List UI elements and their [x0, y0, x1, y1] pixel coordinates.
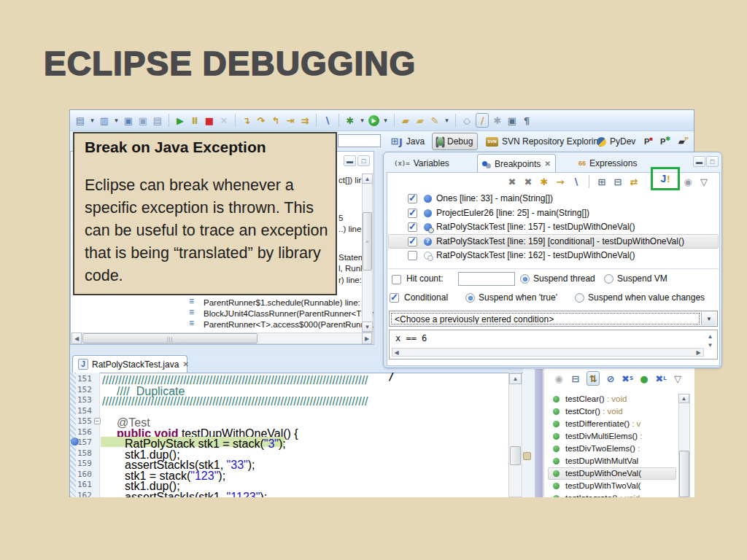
perspective-debug[interactable]: Debug — [432, 133, 478, 150]
remove-all-icon[interactable]: ✖ — [522, 175, 534, 188]
next-annotation-icon[interactable]: ◇ — [461, 114, 473, 127]
scroll-up-icon[interactable]: ▲ — [705, 332, 715, 341]
outline-item[interactable]: testIntegrate() : void — [544, 494, 690, 497]
perspective-java[interactable]: J Java — [395, 133, 429, 149]
print-icon[interactable]: ▤ — [152, 114, 163, 127]
new-project-menu-icon[interactable]: ▾ — [113, 114, 120, 127]
link-with-debug-view-icon[interactable]: ⇄ — [628, 175, 640, 188]
hide-non-public-icon[interactable]: ● — [638, 372, 650, 385]
skip-all-breakpoints-icon[interactable]: ∖ — [322, 114, 333, 127]
minimize-icon[interactable]: ▬ — [344, 155, 356, 166]
breakpoint-checkbox[interactable] — [408, 251, 417, 260]
step-over-icon[interactable]: ↷ — [255, 114, 267, 127]
maximize-icon[interactable]: □ — [706, 156, 719, 167]
save-icon[interactable]: ▣ — [123, 114, 134, 127]
run-menu-icon[interactable]: ▾ — [382, 114, 389, 127]
scroll-up-icon[interactable]: ▲ — [509, 373, 522, 384]
quick-access-input[interactable] — [338, 134, 381, 147]
pydev-debug-icon[interactable]: P✱ — [660, 136, 670, 146]
scroll-right-icon[interactable]: ▶ — [362, 332, 372, 344]
fold-marker-icon[interactable]: − — [94, 418, 101, 424]
scroll-up-icon[interactable]: ▲ — [678, 394, 689, 403]
breakpoint-row[interactable]: RatPolyStackTest [line: 159] [conditiona… — [384, 236, 719, 249]
outline-item[interactable]: testDupWithMultVal — [544, 456, 690, 468]
view-menu-icon[interactable]: ▽ — [672, 372, 684, 385]
stack-frame[interactable]: ≡ParentRunner$1.schedule(Runnable) line:… — [71, 298, 374, 308]
breakpoint-row[interactable]: Ones [line: 33] - main(String[]) — [384, 192, 719, 206]
outline-item[interactable]: testDivMultiElems() : — [544, 432, 690, 443]
scrollbar-thumb[interactable]: ≡ — [363, 212, 372, 271]
scrollbar-thumb[interactable] — [510, 446, 521, 465]
outline-item[interactable]: testDupWithOneVal( — [544, 469, 690, 481]
step-return-icon[interactable]: ↰ — [270, 114, 282, 127]
collapse-all-icon[interactable]: ⊟ — [570, 372, 581, 385]
search-icon[interactable]: ✎ — [429, 114, 441, 127]
use-step-filters-icon[interactable]: ⇉ — [299, 114, 311, 127]
format-toggle-icon[interactable]: ∕ — [476, 113, 489, 128]
scroll-down-icon[interactable]: ▼ — [362, 322, 373, 332]
pydev-console-icon[interactable]: P■ — [644, 136, 653, 146]
code-line[interactable]: ////////////////////////////////////////… — [102, 395, 368, 408]
outline-item[interactable]: testDupWithTwoVal( — [544, 481, 690, 493]
stack-frame[interactable]: ≡ParentRunner<T>.access$000(ParentRunner… — [71, 319, 374, 330]
save-all-icon[interactable]: ▣ — [137, 114, 149, 127]
perspective-svn[interactable]: SVN SVN Repository Exploring — [481, 133, 608, 149]
debug-menu-icon[interactable]: ▾ — [359, 114, 365, 127]
expand-all-icon[interactable]: ⊞ — [596, 175, 608, 188]
suspend-vm-radio[interactable] — [604, 274, 614, 284]
minimize-icon[interactable]: ▬ — [693, 156, 705, 167]
open-resource-folder-icon[interactable]: ▰ — [414, 114, 426, 127]
outline-item[interactable]: testClear() : void — [544, 394, 690, 406]
import-breakpoints-icon[interactable]: ◉ — [682, 175, 694, 188]
sort-icon[interactable]: ⇅ — [587, 371, 600, 386]
open-folder-icon[interactable]: ▰ — [400, 114, 411, 127]
tab-expressions[interactable]: 66 Expressions — [574, 155, 641, 171]
hide-static-members-icon[interactable]: ✖S — [622, 372, 633, 385]
step-into-icon[interactable]: ↴ — [241, 114, 252, 127]
show-view-icon[interactable]: ▣ — [506, 114, 518, 127]
remove-icon[interactable]: ✖ — [506, 175, 518, 188]
scroll-left-icon[interactable]: ◀ — [71, 332, 82, 344]
scrollbar-thumb[interactable] — [679, 451, 689, 497]
focus-icon[interactable]: ◉ — [553, 372, 565, 385]
new-java-project-icon[interactable]: ▥ — [98, 114, 110, 127]
disconnect-icon[interactable]: ✕ — [218, 114, 230, 127]
breakpoint-row[interactable]: RatPolyStackTest [line: 162] - testDupWi… — [384, 249, 719, 263]
hit-count-field[interactable] — [458, 272, 515, 286]
hide-fields-icon[interactable]: ⊘ — [605, 372, 616, 385]
close-icon[interactable]: ✕ — [182, 360, 188, 368]
perspective-pydev[interactable]: PyDev — [592, 133, 640, 149]
tab-variables[interactable]: (x)= Variables — [390, 155, 454, 171]
hit-count-checkbox[interactable] — [392, 275, 401, 284]
maximize-icon[interactable]: □ — [357, 155, 370, 166]
open-pydev-folder-icon[interactable]: ▰P — [678, 136, 689, 147]
add-java-exception-breakpoint-button[interactable]: J! — [651, 167, 680, 190]
breakpoint-checkbox[interactable] — [408, 237, 417, 246]
show-whitespace-icon[interactable]: ¶ — [521, 114, 533, 127]
breakpoint-row[interactable]: RatPolyStackTest [line: 157] - testDupWi… — [384, 221, 719, 235]
view-menu-icon[interactable]: ▽ — [698, 175, 710, 188]
condition-hscrollbar[interactable] — [392, 348, 704, 357]
scroll-up-icon[interactable]: ▲ — [362, 174, 373, 184]
condition-editor[interactable]: x == 6 ▲ ▼ ◀ ▶ — [389, 330, 718, 359]
tab-breakpoints[interactable]: Breakpoints ✕ — [477, 154, 556, 173]
suspend-true-radio[interactable] — [465, 293, 475, 303]
run-icon[interactable]: ▶ — [368, 115, 379, 126]
skip-all-breakpoints-icon[interactable]: ∖ — [570, 175, 582, 188]
close-icon[interactable]: ✕ — [544, 160, 550, 168]
breakpoint-checkbox[interactable] — [408, 222, 417, 232]
condition-combo[interactable]: <Choose a previously entered condition> … — [389, 311, 718, 327]
pause-icon[interactable]: Ⅱ — [189, 114, 201, 127]
scroll-left-icon[interactable]: ◀ — [392, 349, 400, 356]
scroll-right-icon[interactable]: ▶ — [694, 349, 703, 356]
breakpoint-checkbox[interactable] — [408, 194, 417, 203]
external-tools-icon[interactable]: ✱ — [492, 114, 503, 127]
collapse-all-icon[interactable]: ⊟ — [612, 175, 624, 188]
outline-item[interactable]: testCtor() : void — [544, 407, 690, 419]
breakpoint-row[interactable]: ProjectEuler26 [line: 25] - main(String[… — [384, 207, 719, 221]
new-wizard-icon[interactable]: ▤ — [74, 114, 86, 127]
breakpoint-checkbox[interactable] — [408, 209, 417, 218]
terminate-icon[interactable]: ■ — [204, 114, 215, 127]
editor-tab[interactable]: J RatPolyStackTest.java ✕ — [72, 355, 187, 373]
code-line[interactable]: assertStackIs(stk1, "1123"); — [125, 491, 267, 498]
